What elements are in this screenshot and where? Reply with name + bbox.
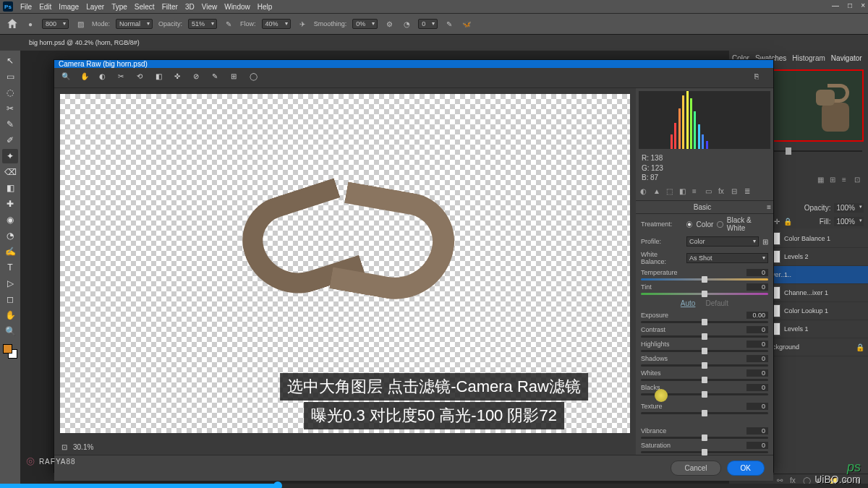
- layer-fill-select[interactable]: 100%: [834, 217, 864, 226]
- tint-value[interactable]: 0: [746, 283, 768, 291]
- menu-3d[interactable]: 3D: [185, 3, 195, 11]
- marquee-tool[interactable]: ▭: [2, 69, 18, 84]
- pattern-more-icon[interactable]: ⊡: [854, 176, 864, 185]
- acr-panel-menu-icon[interactable]: ≡: [767, 203, 771, 211]
- color-swatch[interactable]: [3, 344, 17, 359]
- gradient-tool[interactable]: ✚: [2, 197, 18, 211]
- pen-tool[interactable]: ✍: [2, 244, 18, 259]
- flow-select[interactable]: 40%: [262, 19, 291, 29]
- auto-button[interactable]: Auto: [681, 299, 696, 307]
- acr-straighten-tool[interactable]: ⟲: [137, 72, 148, 84]
- airbrush-icon[interactable]: ✈: [297, 18, 308, 30]
- cancel-button[interactable]: Cancel: [671, 461, 720, 476]
- healing-tool[interactable]: ✐: [2, 133, 18, 147]
- blacks-value[interactable]: 0: [746, 384, 768, 391]
- eyedropper-tool[interactable]: ✎: [2, 117, 18, 132]
- smoothing-select[interactable]: 0%: [352, 19, 378, 29]
- menu-file[interactable]: File: [20, 3, 32, 11]
- hand-tool[interactable]: ✋: [2, 308, 18, 322]
- acr-lens-tab-icon[interactable]: ▭: [705, 187, 715, 197]
- acr-spot-tool[interactable]: ✜: [174, 72, 186, 84]
- texture-slider[interactable]: [641, 412, 768, 414]
- contrast-slider[interactable]: [641, 335, 768, 338]
- brush-panel-icon[interactable]: ▨: [75, 18, 86, 30]
- acr-adjust-brush-tool[interactable]: ✎: [212, 72, 224, 84]
- window-maximize-icon[interactable]: □: [848, 1, 852, 9]
- dialog-title-bar[interactable]: Camera Raw (big horn.psd): [54, 60, 773, 68]
- acr-crop-tool[interactable]: ✂: [118, 72, 129, 84]
- pressure-opacity-icon[interactable]: ✎: [223, 18, 234, 30]
- contrast-value[interactable]: 0: [746, 326, 768, 333]
- shadows-slider[interactable]: [641, 364, 768, 367]
- zoom-tool[interactable]: 🔍: [2, 324, 18, 338]
- angle-select[interactable]: 0: [418, 19, 438, 29]
- opacity-select[interactable]: 51%: [188, 19, 217, 29]
- acr-curve-tab-icon[interactable]: ▲: [653, 187, 663, 197]
- acr-basic-tab-icon[interactable]: ◐: [640, 187, 650, 197]
- acr-detail-tab-icon[interactable]: ⬚: [666, 187, 676, 197]
- home-icon[interactable]: [6, 17, 19, 30]
- temperature-slider[interactable]: [641, 278, 768, 281]
- angle-icon[interactable]: ◔: [401, 18, 412, 30]
- menu-window[interactable]: Window: [224, 3, 250, 11]
- menu-view[interactable]: View: [202, 3, 218, 11]
- menu-filter[interactable]: Filter: [162, 3, 178, 11]
- document-tab[interactable]: big horn.psd @ 40.2% (horn, RGB/8#): [22, 36, 147, 49]
- eraser-tool[interactable]: ◧: [2, 181, 18, 195]
- acr-hand-tool[interactable]: ✋: [80, 72, 92, 84]
- symmetry-icon[interactable]: 🦋: [461, 18, 472, 30]
- dodge-tool[interactable]: ◔: [2, 228, 18, 243]
- exposure-slider[interactable]: [641, 321, 768, 323]
- lasso-tool[interactable]: ◌: [2, 85, 18, 100]
- blur-tool[interactable]: ◉: [2, 213, 18, 227]
- menu-type[interactable]: Type: [111, 3, 127, 11]
- whites-slider[interactable]: [641, 379, 768, 381]
- pattern-list-icon[interactable]: ≡: [842, 176, 851, 185]
- vibrance-value[interactable]: 0: [746, 427, 768, 435]
- profile-select[interactable]: Color: [686, 236, 759, 247]
- vibrance-slider[interactable]: [641, 437, 768, 439]
- layer-opacity-select[interactable]: 100%: [834, 203, 864, 213]
- tint-slider[interactable]: [641, 293, 768, 295]
- exposure-value[interactable]: 0.00: [746, 312, 768, 319]
- mode-select[interactable]: Normal: [116, 19, 153, 29]
- acr-hsl-tab-icon[interactable]: ◧: [679, 187, 689, 197]
- acr-grad-filter-tool[interactable]: ⊞: [231, 72, 242, 84]
- path-tool[interactable]: ▷: [2, 276, 18, 291]
- window-close-icon[interactable]: ×: [861, 1, 865, 9]
- pattern-type-icon[interactable]: ▦: [817, 176, 827, 185]
- default-button[interactable]: Default: [705, 299, 728, 307]
- lock-position-icon[interactable]: ✛: [774, 218, 780, 226]
- menu-layer[interactable]: Layer: [86, 3, 104, 11]
- acr-zoom-tool[interactable]: 🔍: [61, 72, 73, 84]
- acr-histogram[interactable]: [639, 91, 770, 149]
- treatment-bw-radio[interactable]: [717, 221, 723, 228]
- highlights-slider[interactable]: [641, 350, 768, 352]
- menu-image[interactable]: Image: [59, 3, 79, 11]
- pressure-size-icon[interactable]: ✎: [443, 18, 455, 30]
- stamp-tool[interactable]: ⌫: [2, 165, 18, 179]
- move-tool[interactable]: ↖: [2, 53, 18, 68]
- shape-tool[interactable]: ◻: [2, 292, 18, 307]
- menu-edit[interactable]: Edit: [39, 3, 51, 11]
- saturation-value[interactable]: 0: [746, 442, 768, 449]
- acr-radial-filter-tool[interactable]: ◯: [250, 72, 261, 84]
- lock-all-icon[interactable]: 🔒: [783, 218, 792, 226]
- brush-preset-icon[interactable]: ●: [25, 18, 36, 30]
- acr-redeye-tool[interactable]: ⊘: [193, 72, 205, 84]
- whites-value[interactable]: 0: [746, 369, 768, 377]
- saturation-slider[interactable]: [641, 451, 768, 453]
- wb-select[interactable]: As Shot: [686, 253, 768, 263]
- video-progress-bar[interactable]: [0, 484, 868, 488]
- temperature-value[interactable]: 0: [746, 269, 768, 276]
- acr-preset-tab-icon[interactable]: ≣: [744, 187, 754, 197]
- treatment-color-radio[interactable]: [686, 221, 692, 228]
- brush-size-select[interactable]: 800: [42, 19, 69, 29]
- acr-calib-tab-icon[interactable]: ⊟: [731, 187, 741, 197]
- ok-button[interactable]: OK: [727, 461, 765, 476]
- highlights-value[interactable]: 0: [746, 341, 768, 348]
- pattern-grid-icon[interactable]: ⊞: [830, 176, 839, 185]
- tab-histogram[interactable]: Histogram: [792, 54, 825, 62]
- acr-fx-tab-icon[interactable]: fx: [718, 187, 728, 197]
- tab-navigator[interactable]: Navigator: [831, 54, 862, 62]
